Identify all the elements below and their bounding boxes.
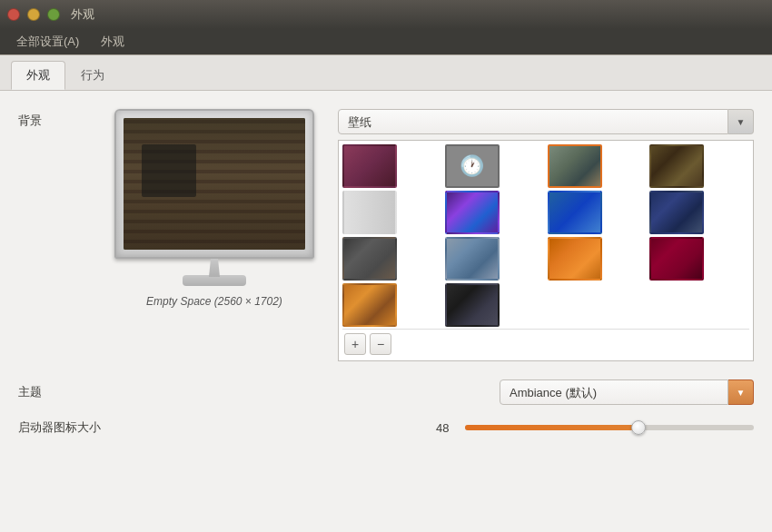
wallpaper-thumb-14[interactable] [445, 283, 500, 327]
wallpaper-thumb-3[interactable] [548, 144, 602, 188]
wallpaper-thumb-5[interactable] [342, 191, 397, 234]
minimize-button[interactable] [27, 8, 40, 21]
maximize-button[interactable] [47, 8, 60, 21]
wallpaper-dropdown-arrow[interactable]: ▼ [728, 109, 754, 134]
wallpaper-grid: 🕐 [342, 144, 749, 327]
title-bar: 外观 [0, 0, 772, 29]
wallpaper-thumb-8[interactable] [649, 191, 704, 234]
screen-image [124, 118, 305, 250]
wallpaper-thumb-6[interactable] [445, 191, 500, 234]
monitor-container: Empty Space (2560 × 1702) [105, 109, 323, 361]
remove-wallpaper-button[interactable]: − [370, 333, 391, 355]
window-title: 外观 [71, 6, 94, 23]
wallpaper-panel: 壁纸颜色无 ▼ 🕐 [338, 109, 754, 361]
theme-label: 主题 [18, 384, 91, 400]
wallpaper-dropdown-wrapper: 壁纸颜色无 ▼ [338, 109, 754, 134]
grid-toolbar: + − [342, 329, 749, 357]
theme-section: 主题 Ambiance (默认)RadianceHigh Contrast ▼ [18, 379, 754, 405]
wallpaper-thumb-1[interactable] [342, 144, 397, 188]
tab-behavior[interactable]: 行为 [65, 61, 120, 90]
monitor-caption: Empty Space (2560 × 1702) [146, 295, 282, 308]
menu-appearance[interactable]: 外观 [92, 32, 134, 52]
main-content: 外观 行为 背景 Empty [0, 54, 772, 532]
wallpaper-thumb-4[interactable] [649, 144, 704, 188]
wallpaper-thumb-13[interactable] [342, 283, 397, 327]
slider-fill [465, 425, 638, 430]
wallpaper-type-select[interactable]: 壁纸颜色无 [338, 109, 728, 134]
wallpaper-thumb-11[interactable] [548, 237, 602, 281]
content-area: 背景 Empty Space (2560 × 1702) [0, 91, 772, 454]
wallpaper-thumb-12[interactable] [649, 237, 704, 281]
menu-all-settings[interactable]: 全部设置(A) [7, 32, 88, 52]
wallpaper-grid-container: 🕐 [338, 140, 754, 361]
slider-track[interactable] [465, 425, 754, 430]
close-button[interactable] [7, 8, 20, 21]
tab-appearance[interactable]: 外观 [11, 61, 65, 90]
monitor-frame [114, 109, 314, 259]
wallpaper-thumb-9[interactable] [342, 237, 397, 281]
theme-select[interactable]: Ambiance (默认)RadianceHigh Contrast [500, 379, 728, 405]
tabs-bar: 外观 行为 [0, 55, 772, 91]
slider-value: 48 [436, 421, 458, 435]
background-section: 背景 Empty Space (2560 × 1702) [18, 109, 754, 361]
theme-dropdown-arrow[interactable]: ▼ [728, 379, 754, 405]
wallpaper-thumb-7[interactable] [548, 191, 602, 234]
wallpaper-thumb-10[interactable] [445, 237, 500, 281]
slider-thumb[interactable] [631, 420, 646, 435]
add-wallpaper-button[interactable]: + [344, 333, 366, 355]
monitor-screen [124, 118, 305, 250]
menu-bar: 全部设置(A) 外观 [0, 29, 772, 54]
launcher-label: 启动器图标大小 [18, 419, 127, 436]
wallpaper-thumb-2[interactable]: 🕐 [445, 144, 500, 188]
slider-area: 48 [436, 421, 754, 435]
theme-dropdown-wrapper: Ambiance (默认)RadianceHigh Contrast ▼ [500, 379, 754, 405]
monitor-stand [205, 259, 223, 277]
launcher-section: 启动器图标大小 48 [18, 419, 754, 436]
background-label: 背景 [18, 109, 91, 361]
